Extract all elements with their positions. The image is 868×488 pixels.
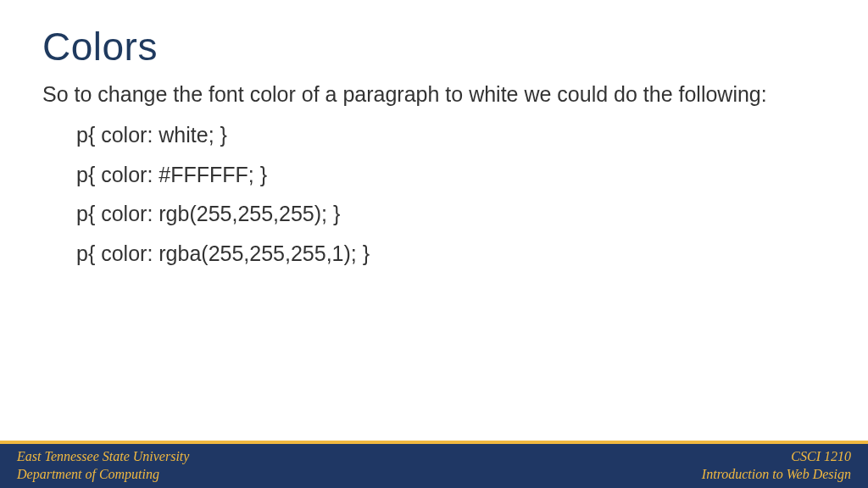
footer-department: Department of Computing	[17, 466, 189, 484]
footer-course-code: CSCI 1210	[702, 448, 851, 466]
slide-content: Colors So to change the font color of a …	[0, 0, 868, 267]
code-example-2: p{ color: #FFFFFF; }	[42, 161, 826, 189]
footer-left: East Tennessee State University Departme…	[17, 448, 189, 484]
footer-university: East Tennessee State University	[17, 448, 189, 466]
intro-text: So to change the font color of a paragra…	[42, 81, 826, 108]
code-example-4: p{ color: rgba(255,255,255,1); }	[42, 240, 826, 268]
footer-course-name: Introduction to Web Design	[702, 466, 851, 484]
slide-title: Colors	[42, 24, 826, 69]
code-example-1: p{ color: white; }	[42, 121, 826, 149]
footer: East Tennessee State University Departme…	[0, 441, 868, 488]
code-example-3: p{ color: rgb(255,255,255); }	[42, 200, 826, 228]
footer-right: CSCI 1210 Introduction to Web Design	[702, 448, 851, 484]
slide: Colors So to change the font color of a …	[0, 0, 868, 488]
